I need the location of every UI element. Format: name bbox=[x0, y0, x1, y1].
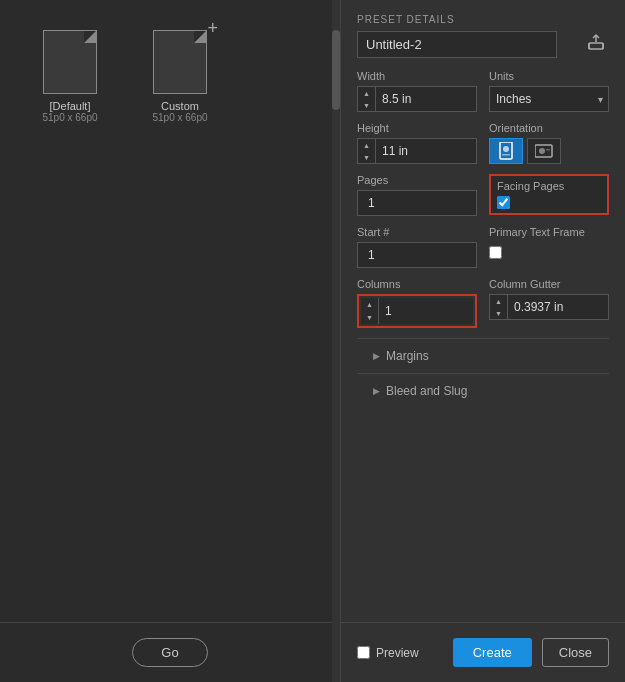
primary-text-frame-group: Primary Text Frame bbox=[489, 226, 609, 268]
height-label: Height bbox=[357, 122, 477, 134]
width-down-btn[interactable]: ▼ bbox=[358, 99, 375, 111]
preset-default-icon bbox=[43, 30, 97, 94]
preset-custom-label: Custom bbox=[161, 100, 199, 112]
pages-input[interactable] bbox=[358, 196, 476, 210]
svg-rect-5 bbox=[502, 154, 510, 156]
columns-field: ▲ ▼ bbox=[361, 298, 473, 324]
width-label: Width bbox=[357, 70, 477, 82]
svg-rect-8 bbox=[546, 149, 550, 151]
go-button[interactable]: Go bbox=[132, 638, 207, 667]
margins-header[interactable]: ▶ Margins bbox=[357, 349, 609, 363]
form-grid: Width ▲ ▼ Units Inches Millimeters Point… bbox=[341, 70, 625, 622]
column-gutter-label: Column Gutter bbox=[489, 278, 609, 290]
pages-facing-row: Pages Facing Pages bbox=[357, 174, 609, 216]
preset-name-row bbox=[341, 31, 625, 70]
height-input[interactable] bbox=[376, 144, 476, 158]
bleed-slug-label: Bleed and Slug bbox=[386, 384, 467, 398]
facing-pages-group: Facing Pages bbox=[489, 174, 609, 216]
start-hash-group: Start # bbox=[357, 226, 477, 268]
facing-pages-label: Facing Pages bbox=[497, 180, 601, 192]
portrait-button[interactable] bbox=[489, 138, 523, 164]
column-gutter-up-btn[interactable]: ▲ bbox=[490, 295, 507, 307]
height-down-btn[interactable]: ▼ bbox=[358, 151, 375, 163]
primary-text-frame-checkbox-row bbox=[489, 242, 609, 259]
units-group: Units Inches Millimeters Points Picas Ce… bbox=[489, 70, 609, 112]
preset-item-custom[interactable]: + Custom 51p0 x 66p0 bbox=[140, 30, 220, 123]
preview-row: Preview bbox=[357, 646, 419, 660]
start-hash-input[interactable] bbox=[358, 248, 476, 262]
start-primary-row: Start # Primary Text Frame bbox=[357, 226, 609, 268]
pages-label: Pages bbox=[357, 174, 477, 186]
columns-highlight-box: ▲ ▼ bbox=[357, 294, 477, 328]
column-gutter-group: Column Gutter ▲ ▼ bbox=[489, 278, 609, 328]
units-select[interactable]: Inches Millimeters Points Picas Centimet… bbox=[489, 86, 609, 112]
width-up-btn[interactable]: ▲ bbox=[358, 87, 375, 99]
facing-pages-box: Facing Pages bbox=[489, 174, 609, 215]
presets-area: [Default] 51p0 x 66p0 + Custom 51p0 x 66… bbox=[0, 0, 340, 622]
columns-input[interactable] bbox=[379, 304, 473, 318]
columns-down-btn[interactable]: ▼ bbox=[361, 311, 378, 324]
facing-pages-checkbox-row bbox=[497, 196, 601, 209]
bleed-slug-accordion: ▶ Bleed and Slug bbox=[357, 373, 609, 408]
margins-accordion: ▶ Margins bbox=[357, 338, 609, 373]
columns-group: Columns ▲ ▼ bbox=[357, 278, 477, 328]
bottom-bar-left: Go bbox=[0, 622, 340, 682]
primary-text-frame-label: Primary Text Frame bbox=[489, 226, 609, 238]
width-units-row: Width ▲ ▼ Units Inches Millimeters Point… bbox=[357, 70, 609, 112]
bleed-slug-header[interactable]: ▶ Bleed and Slug bbox=[357, 384, 609, 398]
svg-point-7 bbox=[539, 148, 545, 154]
height-orientation-row: Height ▲ ▼ Orientation bbox=[357, 122, 609, 164]
columns-gutter-row: Columns ▲ ▼ Column Gutter ▲ bbox=[357, 278, 609, 328]
height-up-btn[interactable]: ▲ bbox=[358, 139, 375, 151]
width-group: Width ▲ ▼ bbox=[357, 70, 477, 112]
width-spinners: ▲ ▼ bbox=[358, 87, 376, 111]
orientation-group: Orientation bbox=[489, 122, 609, 164]
pages-group: Pages bbox=[357, 174, 477, 216]
preset-custom-icon: + bbox=[153, 30, 207, 94]
column-gutter-down-btn[interactable]: ▼ bbox=[490, 307, 507, 319]
preset-default-label: [Default] bbox=[50, 100, 91, 112]
svg-rect-0 bbox=[589, 43, 603, 49]
preset-default-sublabel: 51p0 x 66p0 bbox=[42, 112, 97, 123]
bleed-slug-chevron: ▶ bbox=[373, 386, 380, 396]
width-field: ▲ ▼ bbox=[357, 86, 477, 112]
scrollbar[interactable] bbox=[332, 0, 340, 682]
left-panel: [Default] 51p0 x 66p0 + Custom 51p0 x 66… bbox=[0, 0, 340, 682]
bottom-bar-right: Preview Create Close bbox=[341, 622, 625, 682]
preset-item-default[interactable]: [Default] 51p0 x 66p0 bbox=[30, 30, 110, 123]
columns-spinners: ▲ ▼ bbox=[361, 298, 379, 324]
close-button[interactable]: Close bbox=[542, 638, 609, 667]
plus-icon: + bbox=[207, 19, 218, 37]
units-select-wrapper: Inches Millimeters Points Picas Centimet… bbox=[489, 86, 609, 112]
svg-point-4 bbox=[503, 146, 509, 152]
landscape-button[interactable] bbox=[527, 138, 561, 164]
start-hash-label: Start # bbox=[357, 226, 477, 238]
margins-label: Margins bbox=[386, 349, 429, 363]
preview-checkbox[interactable] bbox=[357, 646, 370, 659]
pages-field-input bbox=[357, 190, 477, 216]
create-button[interactable]: Create bbox=[453, 638, 532, 667]
right-panel: PRESET DETAILS Width ▲ ▼ bbox=[340, 0, 625, 682]
height-field: ▲ ▼ bbox=[357, 138, 477, 164]
height-spinners: ▲ ▼ bbox=[358, 139, 376, 163]
preset-custom-sublabel: 51p0 x 66p0 bbox=[152, 112, 207, 123]
export-icon-button[interactable] bbox=[583, 31, 609, 58]
primary-text-frame-checkbox[interactable] bbox=[489, 246, 502, 259]
margins-chevron: ▶ bbox=[373, 351, 380, 361]
width-input[interactable] bbox=[376, 92, 476, 106]
orientation-label: Orientation bbox=[489, 122, 609, 134]
orientation-buttons bbox=[489, 138, 609, 164]
scrollbar-thumb[interactable] bbox=[332, 30, 340, 110]
preset-details-label: PRESET DETAILS bbox=[341, 0, 625, 31]
column-gutter-input[interactable] bbox=[508, 300, 608, 314]
units-label: Units bbox=[489, 70, 609, 82]
start-hash-field bbox=[357, 242, 477, 268]
height-group: Height ▲ ▼ bbox=[357, 122, 477, 164]
columns-label: Columns bbox=[357, 278, 477, 290]
preset-name-input[interactable] bbox=[357, 31, 557, 58]
columns-up-btn[interactable]: ▲ bbox=[361, 298, 378, 311]
column-gutter-field: ▲ ▼ bbox=[489, 294, 609, 320]
column-gutter-spinners: ▲ ▼ bbox=[490, 295, 508, 319]
preview-label: Preview bbox=[376, 646, 419, 660]
facing-pages-checkbox[interactable] bbox=[497, 196, 510, 209]
